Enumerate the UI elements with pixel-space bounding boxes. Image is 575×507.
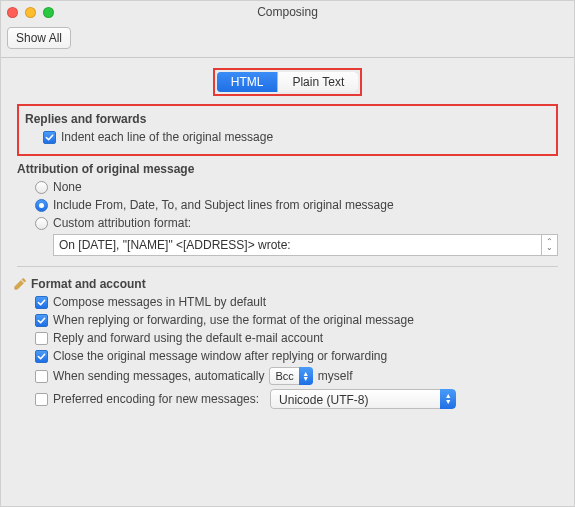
- preferences-window: Composing Show All HTML Plain Text Repli…: [0, 0, 575, 507]
- match-format-checkbox[interactable]: [35, 314, 48, 327]
- window-title: Composing: [1, 5, 574, 19]
- tabs-highlight: HTML Plain Text: [213, 68, 362, 96]
- attribution-custom-radio[interactable]: [35, 217, 48, 230]
- custom-attribution-field[interactable]: [53, 234, 542, 256]
- attribution-stepper[interactable]: ⌃⌄: [542, 234, 558, 256]
- encoding-popup-label: Unicode (UTF-8): [270, 389, 440, 409]
- toolbar: Show All: [1, 23, 574, 58]
- default-account-label: Reply and forward using the default e-ma…: [53, 331, 323, 345]
- default-account-checkbox[interactable]: [35, 332, 48, 345]
- chevron-updown-icon: ▲▼: [440, 389, 456, 409]
- match-format-label: When replying or forwarding, use the for…: [53, 313, 414, 327]
- compose-html-checkbox[interactable]: [35, 296, 48, 309]
- section-divider: [17, 266, 558, 267]
- format-tabs: HTML Plain Text: [217, 72, 358, 92]
- titlebar: Composing: [1, 1, 574, 23]
- replies-section-highlight: Replies and forwards Indent each line of…: [17, 104, 558, 156]
- pencil-icon: [13, 277, 27, 291]
- content-area: HTML Plain Text Replies and forwards Ind…: [1, 58, 574, 429]
- tab-html[interactable]: HTML: [217, 72, 279, 92]
- encoding-label: Preferred encoding for new messages:: [53, 392, 259, 406]
- show-all-button[interactable]: Show All: [7, 27, 71, 49]
- auto-bcc-label-pre: When sending messages, automatically: [53, 369, 264, 383]
- indent-label: Indent each line of the original message: [61, 130, 273, 144]
- attribution-heading: Attribution of original message: [17, 162, 558, 176]
- format-heading: Format and account: [31, 277, 146, 291]
- attribution-none-label: None: [53, 180, 82, 194]
- close-window-checkbox[interactable]: [35, 350, 48, 363]
- attribution-include-radio[interactable]: [35, 199, 48, 212]
- attribution-none-radio[interactable]: [35, 181, 48, 194]
- encoding-checkbox[interactable]: [35, 393, 48, 406]
- bcc-popup-label: Bcc: [269, 367, 298, 385]
- indent-checkbox[interactable]: [43, 131, 56, 144]
- tab-plain-text[interactable]: Plain Text: [278, 72, 358, 92]
- bcc-popup[interactable]: Bcc ▲▼: [269, 367, 312, 385]
- attribution-custom-label: Custom attribution format:: [53, 216, 191, 230]
- attribution-include-label: Include From, Date, To, and Subject line…: [53, 198, 394, 212]
- auto-bcc-label-post: myself: [318, 369, 353, 383]
- close-window-label: Close the original message window after …: [53, 349, 387, 363]
- chevron-updown-icon: ▲▼: [299, 367, 313, 385]
- replies-heading: Replies and forwards: [25, 112, 550, 126]
- compose-html-label: Compose messages in HTML by default: [53, 295, 266, 309]
- auto-bcc-checkbox[interactable]: [35, 370, 48, 383]
- encoding-popup[interactable]: Unicode (UTF-8) ▲▼: [270, 389, 456, 409]
